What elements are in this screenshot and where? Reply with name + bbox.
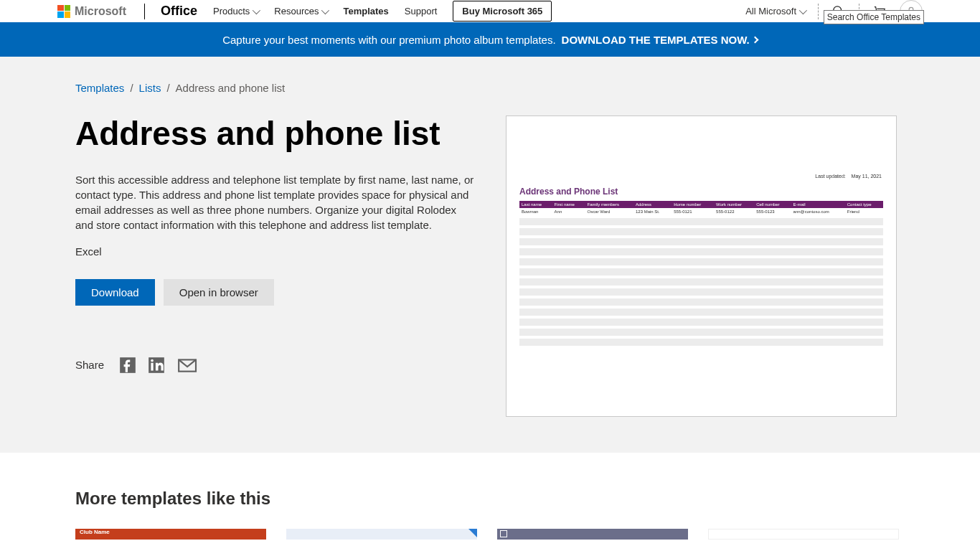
template-info: Address and phone list Sort this accessi…: [75, 116, 477, 375]
promo-banner: Capture your best moments with our premi…: [0, 22, 980, 57]
chevron-down-icon: [321, 6, 329, 14]
share-label: Share: [75, 359, 104, 371]
nav-support-label: Support: [405, 6, 438, 17]
chevron-right-icon: [751, 36, 758, 43]
breadcrumb-current: Address and phone list: [176, 82, 286, 94]
divider: [818, 4, 819, 19]
main-section: Templates / Lists / Address and phone li…: [0, 57, 980, 453]
microsoft-logo[interactable]: Microsoft: [57, 5, 126, 18]
breadcrumb-sep: /: [166, 82, 169, 94]
share-linkedin[interactable]: [147, 356, 166, 375]
open-label: Open in browser: [179, 286, 258, 298]
breadcrumb-lists[interactable]: Lists: [139, 82, 161, 94]
more-templates-row: Club Name: [75, 529, 905, 540]
template-card[interactable]: [286, 529, 477, 540]
share-email[interactable]: [176, 356, 194, 375]
share-facebook[interactable]: [118, 356, 137, 375]
facebook-icon: [118, 356, 137, 375]
divider: [144, 4, 145, 19]
page-title: Address and phone list: [75, 116, 477, 152]
banner-text: Capture your best moments with our premi…: [222, 34, 555, 46]
microsoft-logo-text: Microsoft: [75, 5, 126, 18]
nav-resources-label: Resources: [274, 6, 319, 17]
preview-header-row: Last name First name Family members Addr…: [519, 201, 883, 208]
nav-templates[interactable]: Templates: [343, 6, 388, 17]
app-label: Excel: [75, 245, 477, 258]
search-tooltip: Search Office Templates: [824, 10, 924, 24]
share-row: Share: [75, 356, 477, 375]
nav-resources[interactable]: Resources: [274, 6, 327, 17]
download-label: Download: [91, 286, 139, 298]
preview-data-row: Bowman Ann Oscar Ward 123 Main St. 555-0…: [519, 208, 883, 215]
buy-microsoft-365-button[interactable]: Buy Microsoft 365: [453, 1, 552, 22]
nav-products[interactable]: Products: [213, 6, 258, 17]
breadcrumb-sep: /: [130, 82, 133, 94]
chevron-down-icon: [799, 6, 807, 14]
template-card[interactable]: Club Name: [75, 529, 266, 540]
template-preview: Last updated: May 11, 2021 Address and P…: [506, 116, 897, 417]
preview-last-updated: Last updated: May 11, 2021: [815, 174, 882, 179]
linkedin-icon: [147, 356, 166, 375]
nav-templates-label: Templates: [343, 6, 388, 17]
download-button[interactable]: Download: [75, 279, 155, 306]
email-icon: [176, 356, 197, 375]
nav-links: Products Resources Templates Support Buy…: [213, 1, 552, 22]
breadcrumb: Templates / Lists / Address and phone li…: [75, 82, 905, 94]
banner-cta-label: DOWNLOAD THE TEMPLATES NOW.: [562, 34, 750, 46]
more-templates-title: More templates like this: [75, 489, 905, 509]
chevron-down-icon: [253, 6, 260, 14]
office-brand[interactable]: Office: [161, 4, 197, 19]
nav-support[interactable]: Support: [405, 6, 438, 17]
template-card-label: Club Name: [80, 529, 110, 535]
preview-table: Last name First name Family members Addr…: [519, 201, 883, 346]
template-card[interactable]: [497, 529, 688, 540]
all-microsoft-label: All Microsoft: [745, 6, 796, 17]
all-microsoft-dropdown[interactable]: All Microsoft: [745, 6, 805, 17]
svg-point-8: [151, 359, 154, 362]
template-card[interactable]: [708, 529, 899, 540]
more-templates-section: More templates like this Club Name: [0, 453, 980, 540]
buy-button-label: Buy Microsoft 365: [462, 6, 542, 17]
action-buttons: Download Open in browser: [75, 279, 477, 306]
nav-products-label: Products: [213, 6, 250, 17]
banner-cta-link[interactable]: DOWNLOAD THE TEMPLATES NOW.: [562, 34, 758, 46]
microsoft-logo-icon: [57, 5, 70, 18]
preview-title: Address and Phone List: [519, 187, 883, 197]
svg-rect-7: [151, 362, 153, 370]
open-in-browser-button[interactable]: Open in browser: [164, 279, 274, 306]
breadcrumb-templates[interactable]: Templates: [75, 82, 124, 94]
template-description: Sort this accessible address and telepho…: [75, 172, 477, 232]
top-nav: Microsoft Office Products Resources Temp…: [0, 0, 980, 22]
